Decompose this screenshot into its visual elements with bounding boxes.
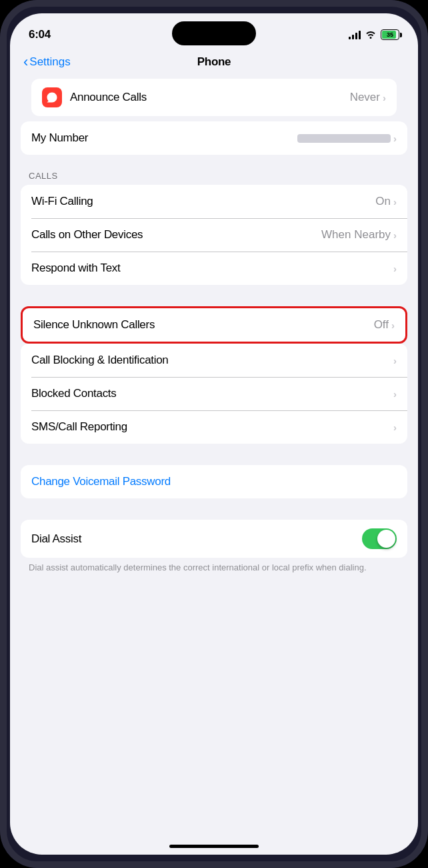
announce-calls-row[interactable]: Announce Calls Never › xyxy=(31,79,397,116)
silence-callers-wrapper: Silence Unknown Callers Off › xyxy=(10,306,418,344)
sms-call-reporting-label: SMS/Call Reporting xyxy=(31,420,127,434)
calls-section: CALLS Wi-Fi Calling On › Calls on Other … xyxy=(10,171,418,285)
status-icons: 35 xyxy=(349,29,399,41)
calls-card: Wi-Fi Calling On › Calls on Other Device… xyxy=(21,185,407,285)
calls-other-devices-chevron: › xyxy=(393,230,397,241)
calls-other-devices-value: When Nearby › xyxy=(321,228,397,242)
battery-icon: 35 xyxy=(381,29,399,40)
back-chevron-icon: ‹ xyxy=(23,53,28,71)
silence-unknown-callers-value: Off › xyxy=(374,318,395,332)
voicemail-group: Change Voicemail Password xyxy=(10,465,418,498)
wifi-calling-chevron: › xyxy=(393,196,397,207)
my-number-blurred xyxy=(297,134,391,143)
calls-section-label: CALLS xyxy=(10,171,418,185)
dial-assist-description: Dial assist automatically determines the… xyxy=(10,558,418,574)
my-number-row[interactable]: My Number › xyxy=(21,121,407,155)
wifi-calling-row[interactable]: Wi-Fi Calling On › xyxy=(21,185,407,218)
my-number-card: My Number › xyxy=(21,121,407,155)
call-blocking-row[interactable]: Call Blocking & Identification › xyxy=(21,344,407,377)
dynamic-island xyxy=(172,21,256,45)
blocking-card: Call Blocking & Identification › Blocked… xyxy=(21,344,407,444)
wifi-icon xyxy=(365,29,377,41)
respond-with-text-label: Respond with Text xyxy=(31,262,121,275)
silence-chevron: › xyxy=(391,320,395,331)
status-time: 6:04 xyxy=(29,28,51,41)
my-number-group: My Number › xyxy=(10,121,418,155)
calls-other-devices-row[interactable]: Calls on Other Devices When Nearby › xyxy=(21,218,407,252)
signal-icon xyxy=(349,30,361,39)
voicemail-card: Change Voicemail Password xyxy=(21,465,407,498)
my-number-chevron: › xyxy=(393,133,397,144)
wifi-calling-value: On › xyxy=(375,195,397,208)
sms-call-reporting-value: › xyxy=(393,422,397,433)
silence-unknown-callers-row[interactable]: Silence Unknown Callers Off › xyxy=(23,308,405,342)
dial-assist-card: Dial Assist xyxy=(21,520,407,558)
announce-calls-group: Announce Calls Never › xyxy=(31,79,397,116)
blocked-contacts-value: › xyxy=(393,388,397,400)
blocked-contacts-label: Blocked Contacts xyxy=(31,387,117,400)
sms-call-reporting-row[interactable]: SMS/Call Reporting › xyxy=(21,410,407,444)
dial-assist-group: Dial Assist Dial assist automatically de… xyxy=(10,520,418,574)
calls-other-devices-label: Calls on Other Devices xyxy=(31,228,143,242)
nav-bar: ‹ Settings Phone xyxy=(10,51,418,79)
dial-assist-label: Dial Assist xyxy=(31,532,81,546)
blocked-contacts-row[interactable]: Blocked Contacts › xyxy=(21,377,407,410)
sms-call-reporting-chevron: › xyxy=(393,422,397,433)
announce-calls-chevron: › xyxy=(383,92,386,103)
call-blocking-value: › xyxy=(393,355,397,366)
change-voicemail-password-label: Change Voicemail Password xyxy=(31,475,171,488)
wifi-calling-label: Wi-Fi Calling xyxy=(31,195,93,208)
change-voicemail-password-row[interactable]: Change Voicemail Password xyxy=(21,465,407,498)
dial-assist-toggle[interactable] xyxy=(362,528,397,549)
announce-calls-label: Announce Calls xyxy=(70,91,147,104)
back-label: Settings xyxy=(29,55,70,69)
page-title: Phone xyxy=(197,55,231,69)
call-blocking-chevron: › xyxy=(393,355,397,366)
home-indicator xyxy=(169,845,259,848)
phone-frame: 6:04 35 xyxy=(0,0,428,868)
silence-unknown-callers-card[interactable]: Silence Unknown Callers Off › xyxy=(21,306,407,344)
my-number-value: › xyxy=(297,133,397,144)
announce-calls-value: Never › xyxy=(350,91,386,104)
respond-with-text-chevron: › xyxy=(393,263,397,274)
my-number-label: My Number xyxy=(31,131,88,145)
content-scroll[interactable]: Announce Calls Never › My Number xyxy=(10,79,418,839)
announce-calls-card: Announce Calls Never › xyxy=(21,79,407,116)
screen: 6:04 35 xyxy=(10,13,418,855)
blocked-contacts-chevron: › xyxy=(393,388,397,400)
call-blocking-label: Call Blocking & Identification xyxy=(31,354,169,367)
silence-unknown-callers-label: Silence Unknown Callers xyxy=(33,318,155,332)
back-button[interactable]: ‹ Settings xyxy=(23,53,71,71)
respond-with-text-value: › xyxy=(393,263,397,274)
announce-calls-icon xyxy=(42,87,62,107)
toggle-thumb xyxy=(377,530,395,548)
dial-assist-row[interactable]: Dial Assist xyxy=(21,520,407,558)
blocking-section: Call Blocking & Identification › Blocked… xyxy=(10,344,418,444)
respond-with-text-row[interactable]: Respond with Text › xyxy=(21,252,407,285)
